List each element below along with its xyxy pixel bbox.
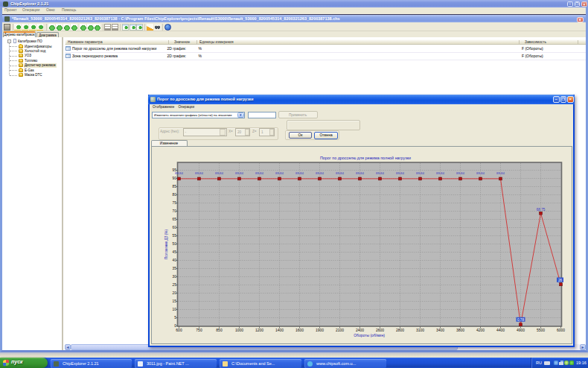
svg-text:Обороты (об/мин): Обороты (об/мин): [354, 333, 385, 337]
svg-text:89,84: 89,84: [376, 171, 385, 175]
svg-text:45: 45: [173, 250, 177, 254]
svg-text:55: 55: [173, 234, 177, 238]
svg-text:850: 850: [216, 328, 223, 332]
svg-text:5500: 5500: [537, 328, 545, 332]
svg-text:85: 85: [173, 185, 177, 188]
svg-text:Порог по дросселю для режима п: Порог по дросселю для режима полной нагр…: [320, 156, 411, 160]
svg-text:10: 10: [173, 308, 177, 311]
svg-text:30: 30: [173, 275, 177, 279]
svg-text:3100: 3100: [416, 328, 424, 332]
svg-text:50: 50: [173, 242, 177, 246]
svg-text:2800: 2800: [396, 328, 404, 332]
svg-text:60: 60: [173, 226, 177, 229]
svg-text:20: 20: [173, 291, 177, 295]
svg-text:1600: 1600: [295, 328, 304, 332]
svg-text:80: 80: [173, 193, 177, 197]
svg-text:89,84: 89,84: [175, 171, 184, 175]
svg-text:4400: 4400: [496, 328, 505, 332]
svg-text:65: 65: [173, 218, 177, 221]
svg-text:89,84: 89,84: [316, 171, 325, 175]
svg-text:89,84: 89,84: [336, 171, 345, 175]
svg-text:2400: 2400: [356, 328, 364, 332]
svg-text:75: 75: [173, 201, 177, 205]
svg-text:68,75: 68,75: [537, 208, 546, 212]
svg-text:15: 15: [173, 299, 177, 303]
svg-text:89,84: 89,84: [436, 171, 445, 175]
svg-text:89,84: 89,84: [275, 171, 284, 175]
svg-text:89,84: 89,84: [215, 171, 224, 175]
svg-text:3800: 3800: [456, 328, 464, 332]
svg-text:1900: 1900: [316, 328, 324, 332]
svg-text:2600: 2600: [376, 328, 384, 332]
svg-text:1000: 1000: [235, 328, 243, 332]
svg-text:600: 600: [176, 328, 182, 332]
svg-text:89,84: 89,84: [496, 171, 505, 175]
svg-text:4200: 4200: [476, 328, 485, 332]
svg-text:2100: 2100: [336, 328, 344, 332]
svg-text:89,84: 89,84: [396, 171, 405, 175]
svg-text:26: 26: [558, 279, 563, 282]
svg-text:89,84: 89,84: [255, 171, 264, 175]
svg-text:6000: 6000: [557, 328, 565, 332]
svg-text:89,84: 89,84: [195, 171, 204, 175]
svg-text:4900: 4900: [517, 328, 525, 332]
svg-text:1400: 1400: [275, 328, 284, 332]
svg-text:89,84: 89,84: [456, 171, 465, 175]
svg-text:Положение ДЗ (%): Положение ДЗ (%): [164, 229, 168, 259]
svg-text:750: 750: [196, 328, 202, 332]
svg-text:3400: 3400: [436, 328, 444, 332]
svg-text:89,84: 89,84: [476, 171, 485, 175]
svg-text:70: 70: [173, 209, 177, 213]
svg-text:35: 35: [173, 267, 177, 270]
svg-text:1200: 1200: [255, 328, 263, 332]
svg-text:89,84: 89,84: [356, 171, 365, 175]
svg-text:89,84: 89,84: [416, 171, 425, 175]
svg-text:89,84: 89,84: [295, 171, 304, 175]
svg-text:90: 90: [173, 177, 177, 180]
svg-text:25: 25: [173, 283, 177, 287]
svg-text:0,78: 0,78: [517, 318, 524, 322]
svg-text:5: 5: [174, 316, 176, 320]
svg-text:89,84: 89,84: [235, 171, 244, 175]
svg-text:40: 40: [173, 258, 177, 262]
